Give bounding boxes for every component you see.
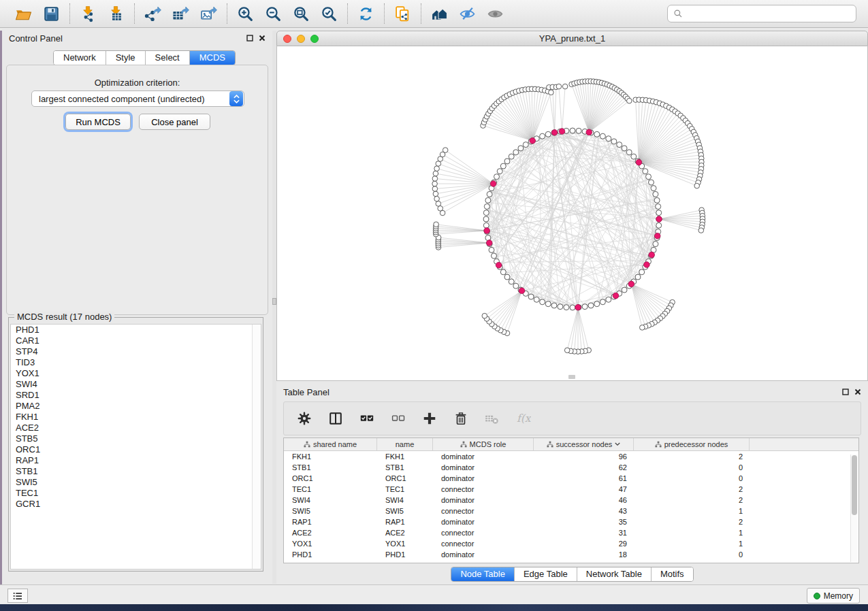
- export-image-icon[interactable]: [199, 5, 218, 23]
- cell-name: FKH1: [377, 451, 433, 462]
- close-panel-icon[interactable]: [259, 35, 266, 42]
- zoom-out-icon[interactable]: [264, 5, 283, 23]
- control-panel-tabs: NetworkStyleSelectMCDS: [53, 50, 236, 65]
- export-table-icon[interactable]: [172, 5, 190, 23]
- mcds-list-scrollbar[interactable]: [252, 325, 261, 569]
- table-row[interactable]: YOX1YOX1connector291: [284, 538, 858, 549]
- cell-shared_name: FKH1: [284, 451, 377, 462]
- column-header-mcds_role[interactable]: MCDS role: [433, 438, 534, 450]
- mcds-result-item[interactable]: TEC1: [11, 488, 261, 499]
- optimization-criterion-select[interactable]: largest connected component (undirected): [31, 90, 244, 107]
- table-row[interactable]: STB1STB1dominator620: [284, 462, 858, 473]
- table-tabs: Node TableEdge TableNetwork TableMotifs: [451, 567, 693, 582]
- add-icon[interactable]: [421, 410, 438, 427]
- table-row[interactable]: RAP1RAP1dominator352: [284, 516, 858, 527]
- close-table-panel-icon[interactable]: [854, 389, 861, 395]
- column-header-predecessor_nodes[interactable]: predecessor nodes: [634, 438, 750, 450]
- column-type-icon: [655, 441, 662, 448]
- column-header-successor_nodes[interactable]: successor nodes: [534, 438, 634, 450]
- table-scrollbar[interactable]: [850, 455, 858, 562]
- cell-mcds_role: dominator: [433, 495, 534, 506]
- float-panel-icon[interactable]: [246, 35, 253, 42]
- table-panel: Table Panel f(x) shared namenameMCDS rol…: [276, 384, 868, 584]
- import-network-icon[interactable]: [79, 5, 97, 23]
- cell-successor_nodes: 35: [534, 516, 634, 527]
- save-icon[interactable]: [42, 5, 61, 23]
- control-panel-title: Control Panel: [9, 33, 63, 44]
- mcds-result-item[interactable]: SRD1: [11, 390, 261, 401]
- cell-mcds_role: dominator: [433, 451, 534, 462]
- cell-successor_nodes: 29: [534, 538, 634, 549]
- network-titlebar[interactable]: YPA_prune.txt_1: [276, 31, 868, 46]
- table-row[interactable]: PHD1PHD1dominator180: [284, 549, 858, 560]
- canvas-grip[interactable]: [568, 375, 575, 379]
- column-header-shared_name[interactable]: shared name: [284, 438, 377, 450]
- cell-predecessor_nodes: 2: [634, 516, 750, 527]
- mcds-result-item[interactable]: STB1: [11, 466, 261, 477]
- gear-icon[interactable]: [296, 410, 312, 427]
- tab-select[interactable]: Select: [146, 51, 190, 65]
- tab-style[interactable]: Style: [106, 51, 146, 65]
- deselect-all-icon[interactable]: [390, 410, 406, 427]
- mcds-result-list[interactable]: PHD1CAR1STP4TID3YOX1SWI4SRD1PMA2FKH1ACE2…: [10, 324, 261, 569]
- zoom-fit-icon[interactable]: [292, 5, 310, 23]
- clone-network-icon[interactable]: [393, 5, 412, 23]
- mcds-result-item[interactable]: TID3: [11, 357, 261, 368]
- zoom-selected-icon[interactable]: [320, 5, 338, 23]
- search-input[interactable]: [687, 9, 850, 19]
- run-mcds-button[interactable]: Run MCDS: [65, 114, 131, 130]
- console-button[interactable]: [7, 589, 28, 603]
- cell-successor_nodes: 61: [534, 473, 634, 484]
- mcds-result-item[interactable]: STP4: [11, 346, 261, 357]
- mcds-result-item[interactable]: YOX1: [11, 368, 261, 379]
- tab-network-table[interactable]: Network Table: [577, 567, 652, 581]
- delete-icon[interactable]: [453, 410, 469, 427]
- refresh-icon[interactable]: [357, 5, 375, 23]
- mcds-result-item[interactable]: SWI5: [11, 477, 261, 488]
- columns-icon[interactable]: [327, 410, 344, 427]
- table-row[interactable]: TEC1TEC1connector472: [284, 484, 858, 495]
- mcds-result-item[interactable]: PMA2: [11, 401, 261, 412]
- table-scrollbar-thumb[interactable]: [852, 455, 857, 515]
- tab-network[interactable]: Network: [54, 51, 106, 65]
- search-box[interactable]: [667, 5, 856, 22]
- mcds-result-item[interactable]: SWI4: [11, 379, 261, 390]
- cell-name: PHD1: [377, 549, 433, 560]
- status-bar: Memory: [0, 584, 868, 604]
- table-row[interactable]: SWI5SWI5connector431: [284, 506, 858, 516]
- zoom-in-icon[interactable]: [236, 5, 255, 23]
- network-graph[interactable]: [277, 46, 867, 380]
- mcds-result-item[interactable]: CAR1: [11, 335, 261, 346]
- tab-edge-table[interactable]: Edge Table: [515, 567, 577, 581]
- mcds-result-item[interactable]: ORC1: [11, 444, 261, 455]
- mcds-result-item[interactable]: GCR1: [11, 499, 261, 510]
- tab-node-table[interactable]: Node Table: [451, 567, 515, 581]
- export-network-icon[interactable]: [144, 5, 162, 23]
- mcds-result-item[interactable]: ACE2: [11, 423, 261, 433]
- mcds-result-item[interactable]: PHD1: [11, 325, 261, 335]
- open-folder-icon[interactable]: [14, 5, 33, 23]
- task-list-icon: [12, 591, 23, 601]
- node-table[interactable]: shared namenameMCDS rolesuccessor nodesp…: [283, 437, 859, 563]
- tab-motifs[interactable]: Motifs: [652, 567, 693, 581]
- select-all-icon[interactable]: [359, 410, 375, 427]
- table-row[interactable]: FKH1FKH1dominator962: [284, 451, 858, 462]
- table-row[interactable]: ORC1ORC1dominator610: [284, 473, 858, 484]
- table-row[interactable]: ACE2ACE2connector311: [284, 527, 858, 538]
- close-panel-button[interactable]: Close panel: [139, 114, 210, 130]
- import-table-icon[interactable]: [107, 5, 125, 23]
- network-canvas[interactable]: [276, 46, 868, 381]
- cell-name: RAP1: [377, 516, 433, 527]
- mcds-result-item[interactable]: FKH1: [11, 412, 261, 423]
- column-header-name[interactable]: name: [377, 438, 433, 450]
- cell-shared_name: ORC1: [284, 473, 377, 484]
- hide-graphics-icon[interactable]: [458, 5, 477, 23]
- network-overview-icon[interactable]: [430, 5, 449, 23]
- float-table-panel-icon[interactable]: [842, 389, 849, 395]
- tab-mcds[interactable]: MCDS: [190, 51, 235, 65]
- mcds-result-item[interactable]: RAP1: [11, 455, 261, 466]
- desktop-wallpaper: [0, 604, 868, 611]
- memory-button[interactable]: Memory: [807, 588, 860, 604]
- mcds-result-item[interactable]: STB5: [11, 433, 261, 444]
- table-row[interactable]: SWI4SWI4dominator462: [284, 495, 858, 506]
